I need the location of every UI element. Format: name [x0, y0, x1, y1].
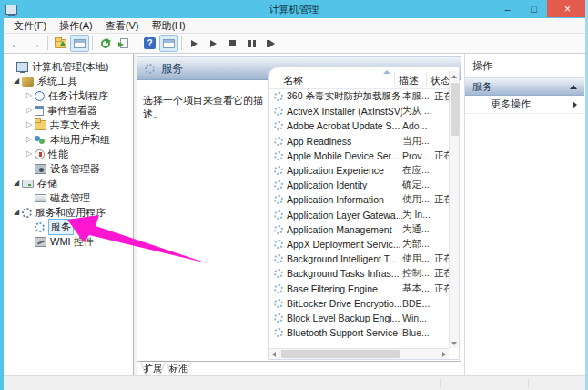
help-button[interactable]: ? [140, 35, 159, 52]
tree-item-本地用户和组[interactable]: ▷本地用户和组 [4, 132, 133, 147]
console-tree-panel: 计算机管理(本地)◢系统工具▷任务计划程序▷事件查看器▷共享文件夹▷本地用户和组… [4, 54, 133, 375]
up-one-level-button[interactable] [51, 35, 70, 52]
tree-expander-icon[interactable]: ▷ [24, 147, 35, 161]
tree-item-WMI 控件[interactable]: WMI 控件 [4, 234, 133, 249]
service-name: ActiveX Installer (AxInstSV) [287, 106, 402, 117]
export-list-button[interactable] [115, 35, 134, 52]
services-panel: 服务 选择一个项目来查看它的描述。 名称 描述 状态 360 杀毒实时防护加载服… [137, 54, 461, 375]
tree-item-性能[interactable]: ▷性能 [4, 147, 133, 161]
vertical-scroll-thumb[interactable] [451, 83, 459, 136]
collapse-section-icon[interactable] [570, 85, 577, 89]
toolbar-separator [92, 36, 93, 50]
wmi-icon [35, 237, 46, 247]
tree-item-label: 服务和应用程序 [35, 205, 106, 220]
service-row[interactable]: Application Information使用...正在... [269, 192, 449, 207]
refresh-icon [101, 39, 110, 48]
show-console-tree-button[interactable] [70, 35, 89, 52]
service-row[interactable]: Application Layer Gatewa...为 In... [269, 208, 449, 222]
service-name: Bluetooth Support Service [287, 327, 402, 338]
computer-management-window: 计算机管理 – □ × 文件(F)操作(A)查看(V)帮助(H) ←→? 计算机… [0, 0, 588, 390]
tab-标准[interactable]: 标准 [167, 362, 190, 375]
tree-expander-icon[interactable]: ◢ [11, 205, 22, 220]
resume-service-button[interactable] [204, 35, 223, 52]
service-name: Application Information [287, 194, 402, 205]
service-row[interactable]: App Readiness当用... [269, 134, 449, 149]
tree-item-任务计划程序[interactable]: ▷任务计划程序 [4, 88, 133, 103]
service-gear-icon [274, 269, 283, 278]
pause-service-button[interactable] [242, 35, 261, 52]
menu-item-2[interactable]: 操作(A) [53, 18, 99, 34]
tab-扩展[interactable]: 扩展 [141, 362, 165, 375]
maximize-button[interactable]: □ [521, 0, 547, 17]
service-row[interactable]: AppX Deployment Servic...为部... [269, 237, 449, 251]
tree-expander-icon[interactable]: ▷ [24, 88, 35, 103]
service-row[interactable]: Apple Mobile Device Ser...Prov...正在... [269, 149, 449, 163]
horizontal-scroll-thumb[interactable] [281, 350, 400, 358]
scroll-up-icon[interactable] [450, 71, 459, 81]
show-action-pane-button[interactable] [159, 35, 178, 52]
tree-item-服务[interactable]: 服务 [4, 220, 133, 234]
service-row[interactable]: BitLocker Drive Encryptio...BDE... [269, 296, 449, 311]
vertical-scrollbar[interactable] [449, 71, 459, 348]
service-row[interactable]: Block Level Backup Engi...Win... [269, 311, 449, 325]
tree-expander-icon[interactable]: ▷ [24, 132, 35, 147]
tree-expander-icon[interactable]: ◢ [11, 176, 22, 190]
column-header-description[interactable]: 描述 [399, 74, 419, 87]
tree-expander-icon[interactable]: ▷ [24, 103, 35, 118]
back-button[interactable]: ← [6, 35, 25, 52]
service-row[interactable]: ActiveX Installer (AxInstSV)为从 ... [269, 104, 449, 118]
scroll-left-icon[interactable] [269, 349, 279, 359]
tree-expander-icon[interactable]: ◢ [11, 74, 22, 88]
service-gear-icon [274, 254, 283, 263]
actions-section-services[interactable]: 服务 [465, 78, 584, 96]
stop-service-button[interactable] [223, 35, 242, 52]
menu-item-4[interactable]: 帮助(H) [145, 18, 191, 34]
service-name: Application Experience [287, 165, 402, 176]
tree-item-共享文件夹[interactable]: ▷共享文件夹 [4, 118, 133, 132]
forward-button[interactable]: → [25, 35, 45, 52]
service-row[interactable]: Base Filtering Engine基本...正在... [269, 281, 449, 295]
tree-item-计算机管理(本地)[interactable]: 计算机管理(本地) [4, 59, 133, 74]
service-gear-icon [274, 137, 283, 146]
service-row[interactable]: 360 杀毒实时防护加载服务本服...正在... [269, 89, 449, 104]
refresh-button[interactable] [96, 35, 115, 52]
menu-item-3[interactable]: 查看(V) [99, 18, 146, 34]
service-row[interactable]: Background Tasks Infras...控制...正在... [269, 266, 449, 281]
pause-service-icon [248, 40, 256, 47]
service-row[interactable]: Bluetooth Support ServiceBlue... [269, 325, 449, 340]
service-description: Win... [402, 313, 434, 323]
service-row[interactable]: Application Identity确定... [269, 178, 449, 192]
more-actions-item[interactable]: 更多操作 [465, 96, 584, 114]
service-description: 为 In... [402, 209, 434, 221]
status-divider [528, 378, 529, 388]
tree-expander-icon[interactable]: ▷ [24, 118, 35, 132]
scroll-right-icon[interactable] [439, 349, 449, 359]
tree-item-label: 服务 [48, 219, 74, 235]
service-status: 正在... [434, 90, 449, 103]
service-description: 为通... [402, 223, 434, 236]
service-name: BitLocker Drive Encryptio... [287, 298, 402, 309]
start-service-button[interactable] [185, 35, 204, 52]
column-header-status[interactable]: 状态 [431, 74, 451, 87]
service-row[interactable]: Application Management为通... [269, 222, 449, 237]
tree-item-系统工具[interactable]: ◢系统工具 [4, 74, 133, 88]
tree-item-服务和应用程序[interactable]: ◢服务和应用程序 [4, 205, 133, 220]
scroll-down-icon[interactable] [450, 338, 459, 348]
restart-service-button[interactable] [261, 35, 280, 52]
service-description: Ado... [402, 120, 434, 131]
column-header-name[interactable]: 名称 [283, 74, 303, 87]
service-row[interactable]: Adobe Acrobat Update S...Ado... [269, 118, 449, 133]
service-name: 360 杀毒实时防护加载服务 [287, 90, 402, 103]
minimize-button[interactable]: – [494, 0, 521, 17]
horizontal-scrollbar[interactable] [269, 348, 449, 359]
tree-item-事件查看器[interactable]: ▷事件查看器 [4, 103, 133, 118]
service-description: 基本... [402, 282, 434, 295]
services-apps-icon [22, 208, 32, 218]
service-row[interactable]: Application Experience在应... [269, 163, 449, 178]
menu-item-1[interactable]: 文件(F) [7, 18, 53, 34]
tree-item-磁盘管理[interactable]: 磁盘管理 [4, 190, 133, 205]
tree-item-存储[interactable]: ◢存储 [4, 176, 133, 190]
close-button[interactable]: × [547, 0, 588, 17]
service-row[interactable]: Background Intelligent T...使用...正在... [269, 251, 449, 266]
tree-item-设备管理器[interactable]: 设备管理器 [4, 161, 133, 176]
